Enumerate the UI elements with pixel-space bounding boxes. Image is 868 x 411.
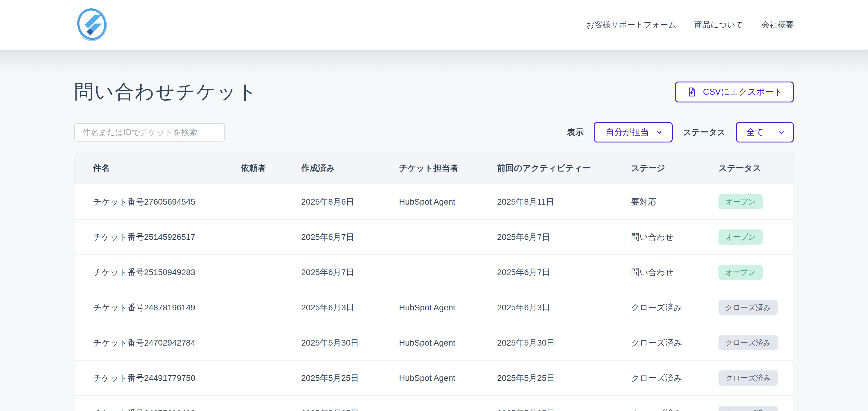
ticket-last-activity-cell: 2025年6月3日: [497, 290, 631, 325]
ticket-agent-cell: [399, 396, 497, 411]
ticket-stage-cell: クローズ済み: [631, 325, 718, 361]
ticket-status-cell: オープン: [718, 255, 794, 290]
ticket-search-input[interactable]: [74, 123, 225, 142]
column-header-requester: 依頼者: [241, 152, 301, 184]
ticket-row[interactable]: チケット番号24878196149 2025年6月3日 HubSpot Agen…: [74, 290, 794, 325]
ticket-status-cell: クローズ済み: [718, 396, 794, 411]
ticket-stage-cell: 問い合わせ: [631, 255, 718, 290]
status-badge: クローズ済み: [718, 335, 778, 350]
ticket-requester-cell: [241, 325, 301, 361]
ticket-status-cell: オープン: [718, 184, 794, 219]
export-csv-button[interactable]: CSVにエクスポート: [675, 81, 794, 102]
ticket-stage-cell: クローズ済み: [631, 361, 718, 396]
ticket-requester-cell: [241, 396, 301, 411]
status-badge: クローズ済み: [718, 406, 778, 411]
ticket-agent-cell: [399, 219, 497, 255]
ticket-requester-cell: [241, 219, 301, 255]
ticket-subject-cell: チケット番号24375290402: [74, 396, 241, 411]
ticket-requester-cell: [241, 255, 301, 290]
tickets-table: 件名 依頼者 作成済み チケット担当者 前回のアクティビティー ステージ ステー…: [74, 152, 794, 411]
ticket-status-cell: クローズ済み: [718, 361, 794, 396]
ticket-last-activity-cell: 2025年5月30日: [497, 325, 631, 361]
ticket-agent-cell: [399, 255, 497, 290]
ticket-stage-cell: クローズ済み: [631, 290, 718, 325]
chevron-down-icon: [655, 128, 663, 137]
ticket-requester-cell: [241, 290, 301, 325]
ticket-subject-cell: チケット番号24878196149: [74, 290, 241, 325]
status-filter-select[interactable]: 全て: [736, 122, 794, 142]
ticket-subject-cell: チケット番号25150949283: [74, 255, 241, 290]
ticket-row[interactable]: チケット番号25150949283 2025年6月7日 2025年6月7日 問い…: [74, 255, 794, 290]
table-header-row: 件名 依頼者 作成済み チケット担当者 前回のアクティビティー ステージ ステー…: [74, 152, 794, 184]
ticket-last-activity-cell: 2025年5月25日: [497, 396, 631, 411]
ticket-row[interactable]: チケット番号25145926517 2025年6月7日 2025年6月7日 問い…: [74, 219, 794, 255]
column-header-created: 作成済み: [301, 152, 399, 184]
ticket-last-activity-cell: 2025年6月7日: [497, 219, 631, 255]
ticket-row[interactable]: チケット番号24702942784 2025年5月30日 HubSpot Age…: [74, 325, 794, 361]
ticket-requester-cell: [241, 361, 301, 396]
status-badge: オープン: [718, 194, 763, 209]
status-badge: オープン: [718, 229, 763, 245]
column-header-subject: 件名: [74, 152, 241, 184]
flutter-circle-logo-icon: [74, 6, 110, 44]
tickets-table-card: 件名 依頼者 作成済み チケット担当者 前回のアクティビティー ステージ ステー…: [74, 152, 794, 411]
view-filter-value: 自分が担当: [606, 126, 649, 138]
ticket-created-cell: 2025年5月30日: [301, 325, 399, 361]
column-header-last-activity: 前回のアクティビティー: [497, 152, 631, 184]
ticket-row[interactable]: チケット番号27605694545 2025年8月6日 HubSpot Agen…: [74, 184, 794, 219]
ticket-agent-cell: HubSpot Agent: [399, 184, 497, 219]
ticket-status-cell: クローズ済み: [718, 325, 794, 361]
ticket-last-activity-cell: 2025年6月7日: [497, 255, 631, 290]
ticket-stage-cell: 問い合わせ: [631, 219, 718, 255]
nav-products[interactable]: 商品について: [694, 20, 744, 30]
ticket-subject-cell: チケット番号25145926517: [74, 219, 241, 255]
status-badge: クローズ済み: [718, 370, 778, 386]
status-badge: オープン: [718, 265, 763, 280]
ticket-last-activity-cell: 2025年5月25日: [497, 361, 631, 396]
ticket-stage-cell: 要対応: [631, 184, 718, 219]
page-title: 問い合わせチケット: [74, 79, 258, 105]
ticket-subject-cell: チケット番号27605694545: [74, 184, 241, 219]
nav-company[interactable]: 会社概要: [762, 20, 794, 30]
chevron-down-icon: [777, 128, 786, 137]
view-filter-select[interactable]: 自分が担当: [594, 122, 673, 142]
company-logo[interactable]: [74, 6, 110, 44]
column-header-agent: チケット担当者: [399, 152, 497, 184]
file-download-icon: [686, 87, 697, 97]
ticket-agent-cell: HubSpot Agent: [399, 290, 497, 325]
view-filter-label: 表示: [567, 127, 584, 138]
ticket-table-body: チケット番号27605694545 2025年8月6日 HubSpot Agen…: [74, 184, 794, 411]
header-shadow: [0, 49, 868, 73]
status-filter-label: ステータス: [683, 127, 725, 138]
ticket-created-cell: 2025年5月25日: [301, 396, 399, 411]
ticket-created-cell: 2025年6月7日: [301, 255, 399, 290]
ticket-created-cell: 2025年6月7日: [301, 219, 399, 255]
ticket-status-cell: オープン: [718, 219, 794, 255]
status-filter-value: 全て: [746, 126, 764, 138]
ticket-row[interactable]: チケット番号24491779750 2025年5月25日 HubSpot Age…: [74, 361, 794, 396]
top-navigation-bar: お客様サポートフォーム 商品について 会社概要: [0, 0, 868, 49]
ticket-created-cell: 2025年8月6日: [301, 184, 399, 219]
ticket-requester-cell: [241, 184, 301, 219]
ticket-created-cell: 2025年5月25日: [301, 361, 399, 396]
ticket-created-cell: 2025年6月3日: [301, 290, 399, 325]
ticket-agent-cell: HubSpot Agent: [399, 325, 497, 361]
column-header-status: ステータス: [718, 152, 794, 184]
ticket-last-activity-cell: 2025年8月11日: [497, 184, 631, 219]
export-csv-label: CSVにエクスポート: [703, 86, 783, 98]
nav-support-form[interactable]: お客様サポートフォーム: [586, 20, 676, 30]
content-area: 問い合わせチケット CSVにエクスポート 表示 自分が担当: [74, 79, 794, 411]
ticket-subject-cell: チケット番号24702942784: [74, 325, 241, 361]
ticket-stage-cell: クローズ済み: [631, 396, 718, 411]
ticket-agent-cell: HubSpot Agent: [399, 361, 497, 396]
column-header-stage: ステージ: [631, 152, 718, 184]
status-badge: クローズ済み: [718, 300, 778, 315]
ticket-row[interactable]: チケット番号24375290402 2025年5月25日 2025年5月25日 …: [74, 396, 794, 411]
main-nav: お客様サポートフォーム 商品について 会社概要: [586, 20, 794, 30]
ticket-subject-cell: チケット番号24491779750: [74, 361, 241, 396]
ticket-status-cell: クローズ済み: [718, 290, 794, 325]
